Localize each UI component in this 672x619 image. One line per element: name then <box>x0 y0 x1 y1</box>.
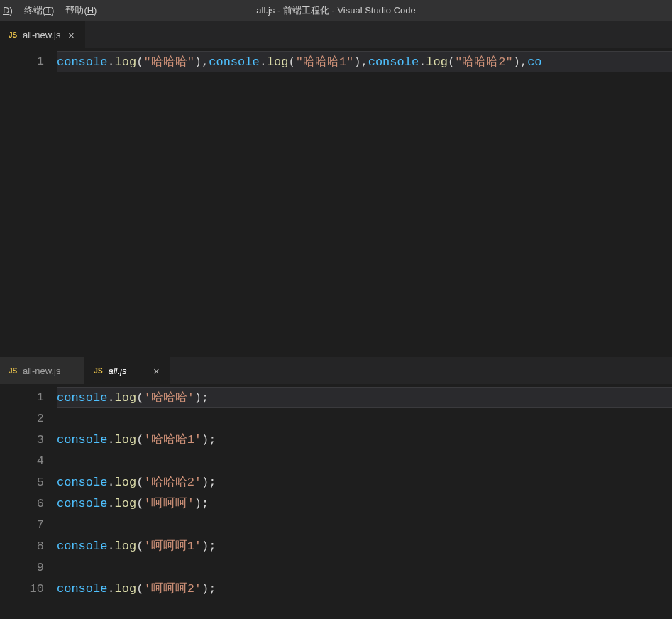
code-line[interactable] <box>57 451 672 472</box>
line-gutter: 1 <box>0 48 57 354</box>
editor-group-top: JSall-new.js× 1 console.log("哈哈哈"),conso… <box>0 21 672 354</box>
editor-tab[interactable]: JSall-new.js× <box>0 21 85 48</box>
line-number: 5 <box>0 472 44 493</box>
line-number: 1 <box>0 51 44 72</box>
line-number: 8 <box>0 536 44 557</box>
line-number: 1 <box>0 387 44 408</box>
code-area[interactable]: console.log("哈哈哈"),console.log("哈哈哈1"),c… <box>57 48 672 354</box>
tab-label: all.js <box>108 366 126 376</box>
editor-group-bottom: JSall-new.js×JSall.js× 12345678910 conso… <box>0 356 672 600</box>
code-line[interactable] <box>57 557 672 579</box>
js-file-icon: JS <box>7 365 18 376</box>
code-area[interactable]: console.log('哈哈哈');console.log('哈哈哈1');c… <box>57 384 672 600</box>
menu-item[interactable]: 终端(T) <box>18 0 60 21</box>
code-line[interactable]: console.log('哈哈哈'); <box>57 387 672 408</box>
menu-item[interactable]: 帮助(H) <box>60 0 102 21</box>
code-line[interactable]: console.log('呵呵呵2'); <box>57 579 672 600</box>
code-line[interactable]: console.log('哈哈哈2'); <box>57 472 672 493</box>
code-line[interactable] <box>57 408 672 429</box>
line-number: 9 <box>0 557 44 579</box>
tab-bar: JSall-new.js×JSall.js× <box>0 357 672 384</box>
line-number: 2 <box>0 408 44 429</box>
menu-bar: D)终端(T)帮助(H) all.js - 前端工程化 - Visual Stu… <box>0 0 672 21</box>
code-line[interactable]: console.log('呵呵呵1'); <box>57 536 672 557</box>
line-gutter: 12345678910 <box>0 384 57 600</box>
line-number: 7 <box>0 515 44 536</box>
window-title: all.js - 前端工程化 - Visual Studio Code <box>256 0 415 21</box>
close-icon[interactable]: × <box>65 29 77 41</box>
editor-pane[interactable]: 12345678910 console.log('哈哈哈');console.l… <box>0 384 672 600</box>
tab-label: all-new.js <box>23 366 60 376</box>
tab-bar: JSall-new.js× <box>0 21 672 48</box>
editor-tab[interactable]: JSall-new.js× <box>0 357 85 384</box>
code-line[interactable]: console.log('呵呵呵'); <box>57 493 672 515</box>
line-number: 6 <box>0 493 44 515</box>
js-file-icon: JS <box>92 365 104 376</box>
tab-label: all-new.js <box>23 30 60 40</box>
editor-pane[interactable]: 1 console.log("哈哈哈"),console.log("哈哈哈1")… <box>0 48 672 354</box>
js-file-icon: JS <box>7 29 18 40</box>
line-number: 4 <box>0 451 44 472</box>
close-icon[interactable]: × <box>150 365 163 377</box>
line-number: 3 <box>0 429 44 451</box>
line-number: 10 <box>0 579 44 600</box>
code-line[interactable]: console.log("哈哈哈"),console.log("哈哈哈1"),c… <box>57 51 672 72</box>
menu-item[interactable]: D) <box>0 0 18 21</box>
editor-tab[interactable]: JSall.js× <box>85 357 170 384</box>
code-line[interactable] <box>57 515 672 536</box>
code-line[interactable]: console.log('哈哈哈1'); <box>57 429 672 451</box>
